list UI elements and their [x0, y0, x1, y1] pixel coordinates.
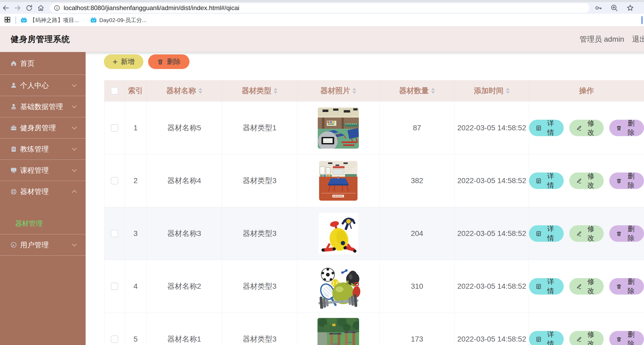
sort-carets-icon[interactable] — [352, 88, 356, 94]
page-title: 健身房管理系统 — [11, 34, 70, 45]
delete-row-button[interactable]: 删除 — [609, 120, 644, 136]
sort-carets-icon[interactable] — [199, 88, 202, 94]
quantity-cell: 87 — [380, 102, 455, 154]
add-time-cell: 2022-03-05 14:58:52 — [455, 260, 529, 313]
password-key-icon[interactable] — [594, 4, 603, 12]
equipment-name-cell: 器材名称2 — [147, 260, 222, 313]
equipment-type-cell: 器材类型3 — [222, 260, 297, 313]
trash-icon — [616, 178, 622, 184]
app-header: 健身房管理系统 管理员 admin 退出 — [0, 27, 644, 52]
sort-carets-icon[interactable] — [431, 88, 435, 94]
logged-in-user-label: 管理员 admin — [580, 34, 624, 44]
edit-button[interactable]: 修改 — [569, 278, 604, 295]
column-header-label: 器材数量 — [399, 86, 429, 96]
trash-icon — [616, 230, 622, 237]
sidebar-item-6[interactable]: 课程管理 — [0, 160, 86, 181]
sidebar-item-5[interactable]: 教练管理 — [0, 139, 86, 160]
edit-button[interactable]: 修改 — [569, 120, 604, 136]
edit-button[interactable]: 修改 — [569, 331, 604, 345]
sidebar-item-8[interactable]: 用户管理 — [0, 234, 86, 256]
forward-button[interactable] — [12, 3, 23, 13]
add-time-cell: 2022-03-05 14:58:52 — [455, 154, 529, 207]
column-header-1: 索引 — [125, 80, 147, 102]
add-time-cell: 2022-03-05 14:58:52 — [455, 102, 529, 154]
sidebar-item-3[interactable]: 基础数据管理 — [0, 96, 86, 117]
detail-button[interactable]: 详情 — [529, 278, 564, 295]
edit-button[interactable]: 修改 — [569, 225, 604, 242]
row-checkbox[interactable] — [111, 335, 118, 343]
select-all-checkbox[interactable] — [111, 87, 118, 94]
zoom-icon[interactable] — [610, 4, 619, 12]
column-header-5[interactable]: 器材数量 — [380, 80, 455, 102]
row-checkbox[interactable] — [111, 283, 118, 290]
detail-button[interactable]: 详情 — [529, 331, 564, 345]
column-header-3[interactable]: 器材类型 — [222, 80, 297, 102]
home-button[interactable] — [35, 3, 47, 13]
apps-grid-icon[interactable] — [4, 16, 11, 24]
table-actions-bar: + 新增 删除 — [86, 52, 644, 69]
bookmark-label: 【码神之路】项目... — [30, 16, 79, 24]
sidebar-item-4[interactable]: 健身房管理 — [0, 117, 86, 139]
delete-row-button[interactable]: 删除 — [609, 278, 644, 295]
detail-button[interactable]: 详情 — [529, 172, 564, 189]
checkbox-cell — [104, 207, 125, 260]
logout-button[interactable]: 退出 — [632, 34, 644, 44]
header-checkbox-cell — [104, 80, 125, 102]
column-header-label: 器材照片 — [320, 86, 350, 96]
row-checkbox[interactable] — [111, 177, 118, 184]
row-checkbox[interactable] — [111, 124, 118, 132]
detail-button[interactable]: 详情 — [529, 120, 564, 136]
column-header-label: 操作 — [579, 86, 594, 96]
pen-icon — [576, 336, 582, 343]
sort-carets-icon[interactable] — [274, 88, 277, 94]
site-info-icon[interactable] — [54, 5, 60, 11]
row-checkbox[interactable] — [111, 230, 118, 237]
delete-row-button[interactable]: 删除 — [609, 172, 644, 189]
column-header-7: 操作 — [529, 80, 644, 102]
sort-carets-icon[interactable] — [506, 88, 510, 94]
equipment-photo-cell — [297, 260, 380, 313]
checkbox-cell — [104, 313, 125, 345]
equipment-photo-table-tennis-hall — [318, 107, 359, 149]
bookmark-item-1[interactable]: 【码神之路】项目... — [20, 16, 79, 24]
url-text[interactable]: localhost:8080/jianshenfangguanli/admin/… — [64, 4, 239, 12]
delete-row-button[interactable]: 删除 — [609, 331, 644, 345]
table-row: 4 器材名称2 器材类型3 — [104, 260, 644, 313]
bulk-delete-button[interactable]: 删除 — [148, 54, 189, 69]
column-header-4[interactable]: 器材照片 — [297, 80, 380, 102]
sidebar-item-1[interactable]: 首页 — [0, 52, 86, 75]
equipment-type-cell: 器材类型3 — [222, 207, 297, 260]
quantity-cell: 204 — [380, 207, 455, 260]
address-bar[interactable]: localhost:8080/jianshenfangguanli/admin/… — [50, 3, 589, 13]
document-icon — [536, 125, 542, 131]
edit-button[interactable]: 修改 — [569, 172, 604, 189]
delete-row-button[interactable]: 删除 — [609, 225, 644, 242]
reload-button[interactable] — [23, 3, 35, 13]
bookmark-item-2[interactable]: Day02-09-员工分... — [90, 16, 147, 24]
chevron-icon — [72, 82, 77, 87]
bookmark-star-icon[interactable] — [626, 4, 634, 12]
sidebar-item-2[interactable]: 个人中心 — [0, 75, 86, 96]
column-header-label: 器材名称 — [166, 86, 196, 96]
column-header-2[interactable]: 器材名称 — [147, 80, 222, 102]
trash-icon — [157, 58, 164, 65]
quantity-cell: 382 — [380, 154, 455, 207]
detail-button[interactable]: 详情 — [529, 225, 564, 242]
document-icon — [536, 336, 542, 343]
sidebar-subitem-equipment[interactable]: 器材管理 — [0, 213, 86, 234]
equipment-name-cell: 器材名称1 — [147, 313, 222, 345]
bookmarks-separator — [15, 16, 16, 24]
equipment-photo-cell — [297, 154, 380, 207]
trash-icon — [616, 336, 622, 343]
add-button[interactable]: + 新增 — [104, 54, 143, 69]
column-header-6[interactable]: 添加时间 — [455, 80, 529, 102]
quantity-cell: 310 — [380, 260, 455, 313]
side-panel-indicator[interactable] — [641, 16, 643, 24]
checkbox-cell — [104, 154, 125, 207]
back-button[interactable] — [0, 3, 12, 13]
sidebar-item-7[interactable]: 器材管理 — [0, 181, 86, 202]
column-header-label: 索引 — [128, 86, 143, 96]
equipment-name-cell: 器材名称5 — [147, 102, 222, 154]
pen-icon — [576, 283, 582, 290]
document-icon — [536, 178, 542, 184]
